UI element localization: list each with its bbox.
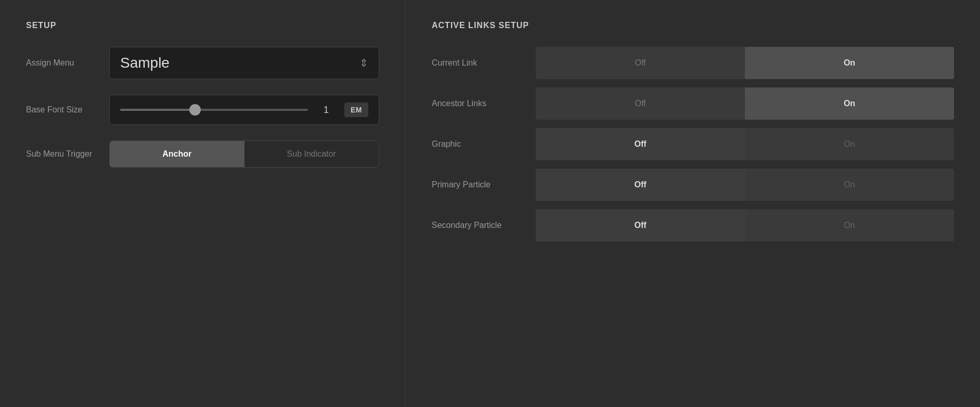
graphic-off-btn[interactable]: Off: [536, 128, 745, 160]
ancestor-links-label: Ancestor Links: [432, 98, 536, 109]
secondary-particle-toggle: Off On: [536, 209, 954, 241]
slider-unit: EM: [344, 103, 368, 117]
secondary-particle-label: Secondary Particle: [432, 220, 536, 231]
sub-menu-anchor-btn[interactable]: Anchor: [110, 141, 244, 167]
assign-menu-control: Sample ⇕: [109, 47, 379, 79]
primary-particle-toggle: Off On: [536, 169, 954, 201]
sub-menu-toggle-group: Anchor Sub Indicator: [109, 141, 379, 168]
primary-particle-on-btn[interactable]: On: [745, 169, 954, 201]
sub-menu-trigger-label: Sub Menu Trigger: [26, 148, 109, 160]
setup-title: SETUP: [26, 21, 379, 30]
base-font-size-control: 1 EM: [109, 95, 379, 125]
current-link-on-btn[interactable]: On: [745, 47, 954, 79]
sub-menu-trigger-control: Anchor Sub Indicator: [109, 141, 379, 168]
slider-thumb[interactable]: [189, 104, 201, 116]
ancestor-links-row: Ancestor Links Off On: [432, 87, 954, 120]
slider-track[interactable]: [120, 109, 308, 111]
graphic-label: Graphic: [432, 138, 536, 150]
current-link-toggle: Off On: [536, 47, 954, 79]
primary-particle-off-btn[interactable]: Off: [536, 169, 745, 201]
slider-fill: [120, 109, 195, 111]
sub-menu-indicator-btn[interactable]: Sub Indicator: [244, 141, 379, 167]
primary-particle-label: Primary Particle: [432, 179, 536, 190]
base-font-size-row: Base Font Size 1 EM: [26, 95, 379, 125]
assign-menu-row: Assign Menu Sample ⇕: [26, 47, 379, 79]
assign-menu-dropdown[interactable]: Sample ⇕: [109, 47, 379, 79]
assign-menu-value: Sample: [120, 55, 170, 71]
assign-menu-label: Assign Menu: [26, 57, 109, 69]
slider-container: 1 EM: [109, 95, 379, 125]
graphic-on-btn[interactable]: On: [745, 128, 954, 160]
current-link-off-btn[interactable]: Off: [536, 47, 745, 79]
slider-value: 1: [318, 105, 334, 116]
graphic-row: Graphic Off On: [432, 128, 954, 160]
graphic-toggle: Off On: [536, 128, 954, 160]
ancestor-links-on-btn[interactable]: On: [745, 87, 954, 120]
base-font-size-label: Base Font Size: [26, 104, 109, 116]
active-links-title: ACTIVE LINKS SETUP: [432, 21, 954, 30]
ancestor-links-toggle: Off On: [536, 87, 954, 120]
sub-menu-trigger-row: Sub Menu Trigger Anchor Sub Indicator: [26, 141, 379, 168]
chevron-updown-icon: ⇕: [359, 57, 368, 69]
secondary-particle-on-btn[interactable]: On: [745, 209, 954, 241]
secondary-particle-off-btn[interactable]: Off: [536, 209, 745, 241]
current-link-row: Current Link Off On: [432, 47, 954, 79]
primary-particle-row: Primary Particle Off On: [432, 169, 954, 201]
secondary-particle-row: Secondary Particle Off On: [432, 209, 954, 241]
active-links-panel: ACTIVE LINKS SETUP Current Link Off On A…: [406, 0, 980, 407]
current-link-label: Current Link: [432, 57, 536, 69]
ancestor-links-off-btn[interactable]: Off: [536, 87, 745, 120]
setup-panel: SETUP Assign Menu Sample ⇕ Base Font Siz…: [0, 0, 406, 407]
